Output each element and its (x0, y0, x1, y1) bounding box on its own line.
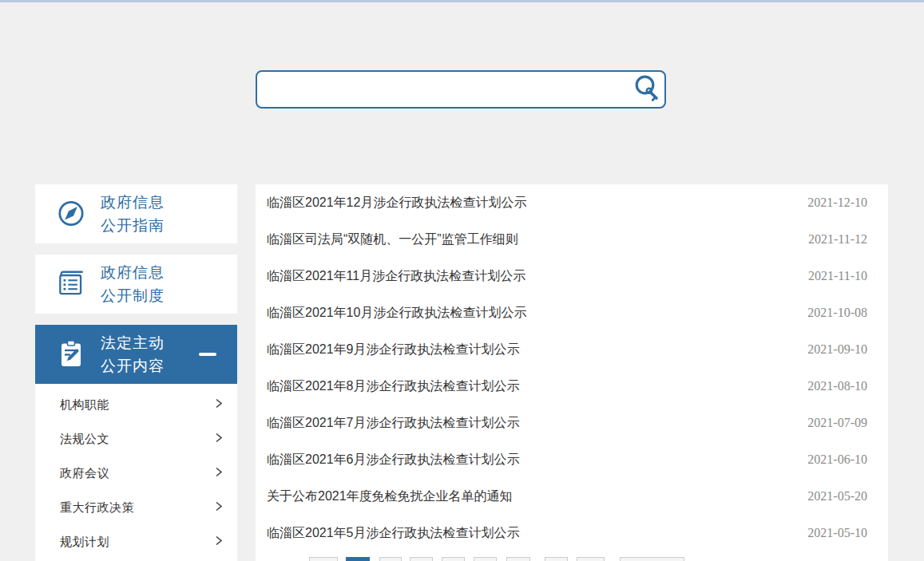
list-item: 临淄区2021年6月涉企行政执法检查计划公示 2021-06-10 (256, 441, 888, 478)
article-link[interactable]: 临淄区2021年12月涉企行政执法检查计划公示 (267, 195, 526, 211)
pagination-page[interactable] (474, 557, 497, 561)
sidebar-item-label: 法定主动 公开内容 (101, 331, 165, 377)
article-link[interactable]: 临淄区2021年10月涉企行政执法检查计划公示 (267, 305, 526, 322)
compass-icon (53, 196, 89, 232)
list-item: 关于公布2021年度免检免扰企业名单的通知 2021-05-20 (256, 478, 888, 515)
minus-icon[interactable] (199, 353, 216, 356)
submenu-item-planning[interactable]: 规划计划 (35, 525, 237, 559)
article-link[interactable]: 临淄区2021年11月涉企行政执法检查计划公示 (267, 268, 525, 285)
article-date: 2021-10-08 (807, 306, 867, 320)
pagination-page[interactable] (545, 557, 568, 561)
pagination-page[interactable] (309, 557, 338, 561)
article-date: 2021-05-10 (807, 526, 867, 540)
article-link[interactable]: 临淄区2021年9月涉企行政执法检查计划公示 (267, 342, 520, 358)
list-item: 临淄区2021年11月涉企行政执法检查计划公示 2021-11-10 (256, 258, 888, 294)
magnifier-key-icon (632, 73, 662, 106)
chevron-right-icon (214, 466, 224, 481)
sidebar: 政府信息 公开指南 政府信息 公开制度 (35, 184, 237, 561)
submenu-item-major-decisions[interactable]: 重大行政决策 (35, 491, 237, 525)
article-date: 2021-06-10 (807, 452, 867, 467)
sidebar-item-label: 政府信息 公开制度 (101, 261, 165, 307)
article-link[interactable]: 临淄区2021年8月涉企行政执法检查计划公示 (267, 378, 520, 395)
pagination-page-current[interactable] (346, 557, 370, 561)
submenu-item-regulations[interactable]: 法规公文 (35, 422, 237, 456)
sidebar-item-label: 政府信息 公开指南 (101, 191, 165, 237)
chevron-right-icon (214, 535, 224, 550)
article-link[interactable]: 临淄区2021年5月涉企行政执法检查计划公示 (267, 525, 520, 542)
article-date: 2021-12-10 (807, 196, 867, 210)
article-link[interactable]: 临淄区2021年6月涉企行政执法检查计划公示 (267, 452, 520, 468)
submenu-item-meetings[interactable]: 政府会议 (35, 456, 237, 491)
article-date: 2021-08-10 (807, 379, 867, 393)
search-input[interactable] (257, 72, 629, 107)
article-link[interactable]: 临淄区司法局“双随机、一公开”监管工作细则 (267, 231, 518, 248)
submenu-item-organization[interactable]: 机构职能 (35, 388, 237, 422)
pagination-page[interactable] (410, 557, 433, 561)
article-date: 2021-11-10 (808, 269, 867, 283)
list-item: 临淄区2021年10月涉企行政执法检查计划公示 2021-10-08 (256, 294, 888, 331)
article-list-panel: 临淄区2021年12月涉企行政执法检查计划公示 2021-12-10 临淄区司法… (256, 184, 888, 561)
search-bar (256, 70, 666, 109)
pagination-page[interactable] (577, 557, 605, 561)
list-item: 临淄区2021年9月涉企行政执法检查计划公示 2021-09-10 (256, 331, 888, 368)
chevron-right-icon (214, 397, 224, 413)
top-accent-strip (0, 0, 924, 2)
search-button[interactable] (629, 72, 664, 107)
sidebar-item-guide[interactable]: 政府信息 公开指南 (35, 184, 237, 243)
list-item: 临淄区2021年5月涉企行政执法检查计划公示 2021-05-10 (256, 515, 888, 551)
list-item: 临淄区2021年7月涉企行政执法检查计划公示 2021-07-09 (256, 405, 888, 441)
article-link[interactable]: 关于公布2021年度免检免扰企业名单的通知 (267, 488, 513, 505)
pagination-page[interactable] (379, 557, 402, 561)
article-date: 2021-11-12 (808, 232, 867, 247)
pagination (309, 557, 888, 561)
sidebar-item-statutory-disclosure[interactable]: 法定主动 公开内容 (35, 325, 237, 384)
pagination-page[interactable] (620, 557, 684, 561)
pagination-page[interactable] (506, 557, 530, 561)
article-date: 2021-05-20 (807, 489, 867, 504)
article-link[interactable]: 临淄区2021年7月涉企行政执法检查计划公示 (267, 415, 520, 432)
ledger-icon (53, 266, 89, 302)
article-date: 2021-07-09 (807, 416, 867, 430)
pagination-page[interactable] (442, 557, 465, 561)
article-date: 2021-09-10 (807, 342, 867, 357)
sidebar-item-system[interactable]: 政府信息 公开制度 (35, 255, 237, 314)
list-item: 临淄区2021年8月涉企行政执法检查计划公示 2021-08-10 (256, 368, 888, 405)
chevron-right-icon (214, 432, 224, 447)
list-item: 临淄区司法局“双随机、一公开”监管工作细则 2021-11-12 (256, 221, 888, 258)
clipboard-pencil-icon (53, 336, 89, 373)
sidebar-submenu: 机构职能 法规公文 政府会议 重大行政决策 规划计划 (35, 384, 237, 561)
chevron-right-icon (214, 500, 224, 516)
list-item: 临淄区2021年12月涉企行政执法检查计划公示 2021-12-10 (256, 184, 888, 221)
